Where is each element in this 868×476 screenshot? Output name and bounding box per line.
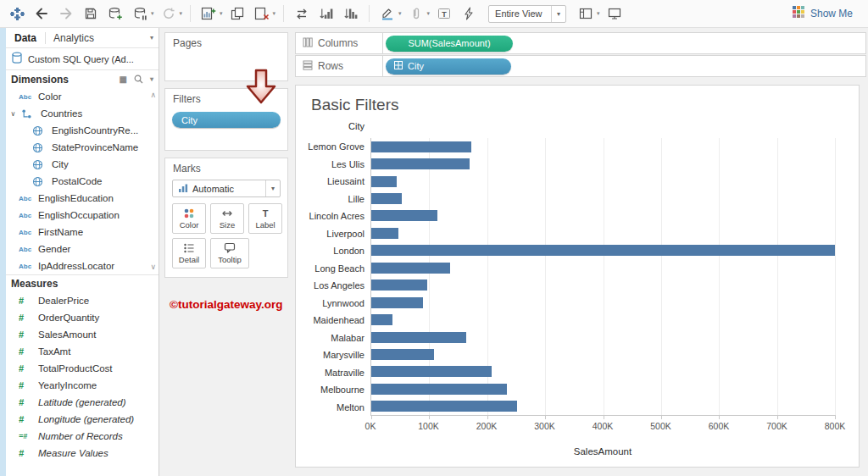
size-icon	[221, 208, 233, 219]
number-icon	[19, 329, 35, 340]
back-button[interactable]	[31, 3, 52, 24]
bar[interactable]	[371, 280, 427, 291]
bar[interactable]	[371, 366, 492, 377]
dimension-item[interactable]: Gender	[6, 241, 159, 257]
view-data-icon[interactable]: ▦	[120, 75, 127, 84]
measure-item[interactable]: Longitude (generated)	[6, 411, 159, 428]
swap-rows-columns-button[interactable]	[292, 3, 312, 24]
dimension-item[interactable]: PostalCode	[6, 173, 159, 190]
field-label: Color	[38, 91, 61, 102]
dimension-item[interactable]: Countries	[6, 105, 159, 122]
bar[interactable]	[371, 210, 437, 221]
bar[interactable]	[371, 141, 471, 152]
mark-button[interactable]: T Label	[248, 203, 282, 234]
fix-axes-button[interactable]	[459, 3, 479, 24]
show-mark-labels-button[interactable]: T	[434, 3, 454, 24]
bar[interactable]	[371, 263, 450, 274]
field-label: StateProvinceName	[52, 142, 138, 152]
columns-shelf-body[interactable]: SUM(SalesAmount)	[383, 32, 866, 54]
chevron-down-icon[interactable]: ▾	[597, 10, 600, 17]
measure-item[interactable]: DealerPrice	[6, 292, 159, 309]
measure-item[interactable]: OrderQuantity	[6, 309, 159, 326]
duplicate-sheet-button[interactable]	[227, 3, 248, 24]
measure-item[interactable]: TotalProductCost	[6, 360, 159, 377]
measure-item[interactable]: Number of Records	[6, 428, 159, 445]
sort-descending-button[interactable]	[341, 3, 361, 24]
field-label: IpAddressLocator	[38, 261, 114, 271]
chevron-down-icon[interactable]: ▾	[273, 10, 276, 17]
expand-chevron-icon[interactable]	[8, 110, 18, 118]
dimension-item[interactable]: Color	[6, 88, 159, 105]
bar[interactable]	[371, 349, 434, 360]
scroll-down-icon[interactable]: ∨	[150, 263, 156, 271]
filter-pill-city[interactable]: City	[172, 112, 281, 128]
highlight-button[interactable]	[377, 3, 398, 24]
pause-auto-updates-button[interactable]	[130, 3, 150, 24]
presentation-mode-button[interactable]	[604, 3, 625, 24]
measure-item[interactable]: TaxAmt	[6, 343, 159, 360]
measure-item[interactable]: Latitude (generated)	[6, 394, 159, 411]
tick-mark	[487, 415, 488, 419]
measure-item[interactable]: Measure Values	[6, 445, 159, 462]
bar[interactable]	[371, 332, 466, 343]
rows-shelf-body[interactable]: City	[383, 55, 866, 77]
mark-button[interactable]: T Color	[172, 203, 206, 234]
abc-icon	[19, 263, 35, 270]
dimension-item[interactable]: EnglishCountryRe...	[6, 122, 159, 139]
run-update-button[interactable]	[159, 3, 179, 24]
field-label: EnglishOccupation	[38, 210, 120, 220]
bar[interactable]	[371, 401, 517, 412]
mark-type-selector[interactable]: Automatic ▾	[172, 180, 281, 197]
measure-item[interactable]: SalesAmount	[6, 326, 159, 343]
chevron-down-icon[interactable]: ▾	[220, 10, 223, 17]
tab-analytics[interactable]: Analytics	[46, 32, 102, 44]
mark-button[interactable]: T Tooltip	[210, 238, 249, 268]
bar[interactable]	[371, 193, 402, 204]
rows-pill-city[interactable]: City	[386, 58, 511, 75]
sort-ascending-button[interactable]	[316, 3, 337, 24]
group-members-button[interactable]	[406, 3, 426, 24]
bar[interactable]	[371, 314, 392, 325]
clear-sheet-button[interactable]	[252, 3, 272, 24]
save-button[interactable]	[81, 3, 101, 24]
search-icon[interactable]	[134, 75, 143, 84]
columns-pill-sum-salesamount[interactable]: SUM(SalesAmount)	[386, 36, 513, 52]
show-hide-cards-button[interactable]	[576, 3, 596, 24]
new-data-source-button[interactable]	[105, 3, 125, 24]
scroll-up-icon[interactable]: ∧	[150, 91, 156, 99]
x-tick-label: 0K	[365, 421, 376, 431]
show-me-button[interactable]: Show Me	[783, 3, 861, 25]
chevron-down-icon[interactable]: ▾	[427, 10, 431, 17]
tab-data[interactable]: Data	[6, 32, 45, 44]
tableau-logo-icon[interactable]	[7, 3, 27, 24]
chevron-down-icon[interactable]: ▾	[151, 10, 154, 17]
dimension-item[interactable]: City	[6, 156, 159, 173]
chevron-down-icon[interactable]: ▾	[180, 10, 183, 17]
pane-scrollbar[interactable]	[0, 28, 6, 476]
bar[interactable]	[371, 176, 397, 187]
datasource-item[interactable]: Custom SQL Query (Ad...	[6, 48, 159, 70]
mark-button[interactable]: T Detail	[172, 238, 206, 268]
chevron-down-icon[interactable]: ▾	[398, 10, 402, 17]
marks-card[interactable]: Marks Automatic ▾ T Color	[164, 158, 288, 278]
forward-button[interactable]	[56, 3, 76, 24]
bar[interactable]	[371, 245, 835, 256]
fit-selector[interactable]: Entire View ▾	[488, 5, 566, 23]
dimension-item[interactable]: IpAddressLocator	[6, 257, 159, 274]
measures-header: Measures	[6, 274, 159, 292]
dimension-item[interactable]: FirstName	[6, 224, 159, 241]
dimension-item[interactable]: EnglishOccupation	[6, 207, 159, 224]
row-label: Lincoln Acres	[296, 208, 369, 225]
bar[interactable]	[371, 228, 398, 239]
chevron-down-icon[interactable]: ▾	[150, 34, 159, 42]
bar[interactable]	[371, 158, 470, 169]
bar[interactable]	[371, 384, 507, 395]
bar[interactable]	[371, 297, 423, 308]
dimension-item[interactable]: EnglishEducation	[6, 190, 159, 207]
new-worksheet-button[interactable]	[198, 3, 219, 24]
number-icon	[19, 414, 35, 424]
mark-button[interactable]: T Size	[210, 203, 244, 234]
dimension-item[interactable]: StateProvinceName	[6, 139, 159, 156]
measure-item[interactable]: YearlyIncome	[6, 377, 159, 394]
chevron-down-icon[interactable]: ▾	[150, 75, 153, 83]
